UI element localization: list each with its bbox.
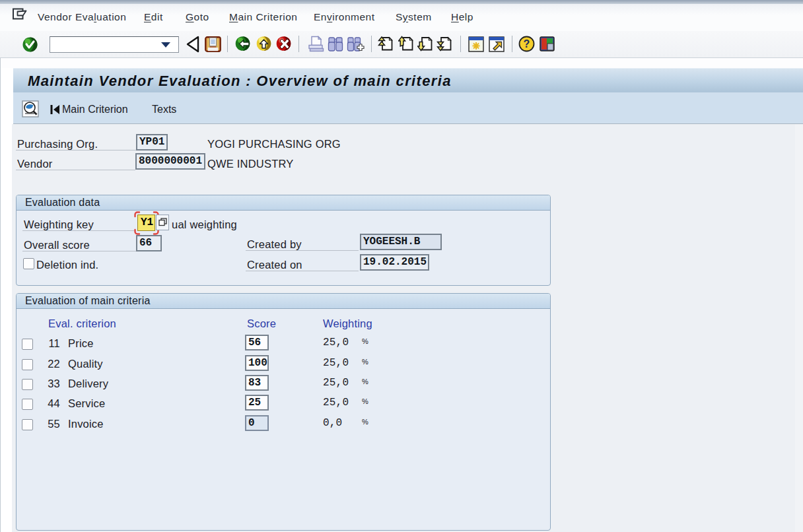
svg-text:?: ?	[524, 38, 530, 50]
